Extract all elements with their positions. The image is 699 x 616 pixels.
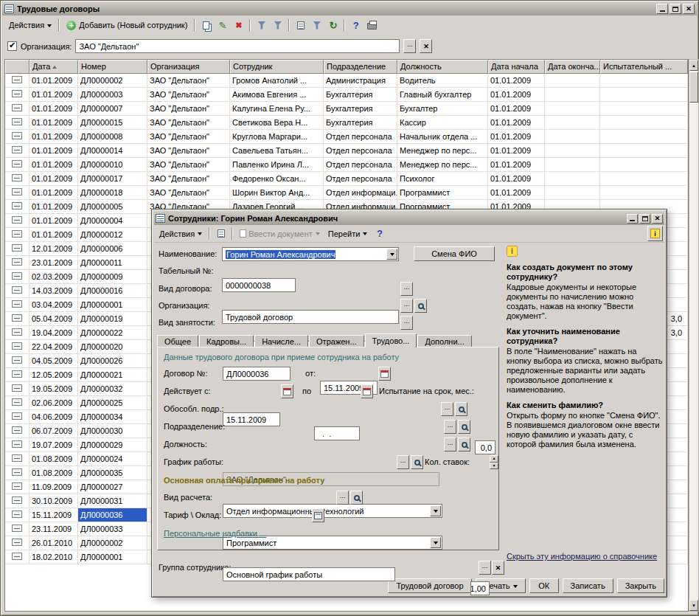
cell-number[interactable]: ДЛ0000015	[78, 116, 147, 130]
cell-number[interactable]: ДЛ0000001	[78, 298, 147, 312]
table-row[interactable]: 01.01.2009 ДЛ0000002 ЗАО "Дельтаон" Гром…	[5, 74, 688, 88]
cell-date[interactable]: 06.07.2009	[29, 424, 78, 438]
valid-to-calendar-button[interactable]	[361, 384, 373, 398]
cell-position[interactable]: Менеджер по перс...	[397, 144, 488, 158]
table-row[interactable]: 01.01.2009 ДЛ0000008 ЗАО "Дельтаон" Круг…	[5, 130, 688, 144]
cell-department[interactable]: Отдел персонала	[324, 158, 397, 172]
cell-date[interactable]: 26.01.2010	[29, 536, 78, 550]
cell-date[interactable]: 12.01.2009	[29, 242, 78, 256]
rate-count-field[interactable]: 1,00	[470, 581, 490, 595]
name-dropdown-button[interactable]	[386, 249, 397, 260]
cell-date[interactable]: 11.09.2009	[29, 480, 78, 494]
department-open-button[interactable]	[458, 420, 470, 434]
vertical-scrollbar[interactable]	[689, 59, 699, 612]
cell-number[interactable]: ДЛ0000004	[78, 214, 147, 228]
valid-from-calendar-button[interactable]	[281, 384, 293, 398]
cell-department[interactable]: Отдел персонала	[324, 144, 397, 158]
cell-department[interactable]: Администрация	[324, 74, 397, 88]
rate-count-stepper[interactable]	[490, 455, 498, 469]
cell-date[interactable]: 01.01.2009	[29, 158, 78, 172]
cell-end-date[interactable]	[545, 172, 600, 186]
table-row[interactable]: 01.01.2009 ДЛ0000014 ЗАО "Дельтаон" Саве…	[5, 144, 688, 158]
dialog-maximize-button[interactable]	[639, 214, 650, 224]
cell-date[interactable]: 01.01.2009	[29, 172, 78, 186]
enter-document-button[interactable]: Ввести документ	[236, 226, 324, 241]
filter-button[interactable]	[270, 18, 285, 33]
position-open-button[interactable]	[458, 437, 470, 451]
header-number[interactable]: Номер	[78, 60, 147, 74]
cell-number[interactable]: ДЛ0000001	[78, 550, 147, 564]
cell-number[interactable]: ДЛ0000003	[78, 88, 147, 102]
cell-position[interactable]: Начальник отдела ...	[397, 130, 488, 144]
header-department[interactable]: Подразделение	[324, 60, 397, 74]
toggle-advice-button[interactable]	[647, 226, 663, 241]
tab-personnel[interactable]: Кадровы...	[199, 335, 254, 347]
scroll-up-button[interactable]	[689, 60, 698, 71]
cell-number[interactable]: ДЛ0000027	[78, 480, 147, 494]
cell-trial-period[interactable]	[600, 102, 688, 116]
cell-organization[interactable]: ЗАО "Дельтаон"	[147, 74, 230, 88]
cell-date[interactable]: 05.04.2009	[29, 312, 78, 326]
cell-date[interactable]: 01.01.2009	[29, 200, 78, 214]
cell-start-date[interactable]: 01.01.2009	[488, 144, 545, 158]
cell-number[interactable]: ДЛ0000016	[78, 284, 147, 298]
cell-date[interactable]: 19.04.2009	[29, 326, 78, 340]
cell-number[interactable]: ДЛ0000011	[78, 256, 147, 270]
cell-number[interactable]: ДЛ0000007	[78, 102, 147, 116]
table-row[interactable]: 01.01.2009 ДЛ0000003 ЗАО "Дельтаон" Аким…	[5, 88, 688, 102]
cell-date[interactable]: 01.01.2009	[29, 144, 78, 158]
from-date-calendar-button[interactable]	[378, 367, 391, 381]
filter-clear-button[interactable]	[420, 39, 432, 53]
cell-employee[interactable]: Громов Анатолий ...	[230, 74, 324, 88]
organization-choose-button[interactable]	[400, 299, 413, 313]
contract-number-field[interactable]: ДЛ0000036	[223, 367, 291, 381]
cell-trial-period[interactable]	[600, 158, 688, 172]
cell-trial-period[interactable]	[600, 172, 688, 186]
tab-general[interactable]: Общее	[157, 335, 198, 347]
cell-start-date[interactable]: 01.01.2009	[488, 116, 545, 130]
ok-button[interactable]: ОК	[529, 578, 559, 593]
minimize-button[interactable]	[656, 4, 668, 14]
cell-number[interactable]: ДЛ0000018	[78, 186, 147, 200]
valid-to-field[interactable]: . .	[314, 426, 360, 440]
goto-button[interactable]: Перейти	[324, 226, 372, 241]
cell-number[interactable]: ДЛ0000017	[78, 172, 147, 186]
cell-number[interactable]: ДЛ0000008	[78, 130, 147, 144]
header-organization[interactable]: Организация	[147, 60, 230, 74]
schedule-field[interactable]: Основной график работы	[223, 567, 395, 581]
cell-position[interactable]: Водитель	[397, 74, 488, 88]
employment-type-choose-button[interactable]	[400, 316, 413, 330]
cell-number[interactable]: ДЛ0000032	[78, 382, 147, 396]
save-button[interactable]: Записать	[563, 578, 613, 593]
close-dialog-button[interactable]: Закрыть	[617, 578, 664, 593]
add-button[interactable]: Добавить (Новый сотрудник)	[63, 18, 191, 33]
delete-button[interactable]	[231, 18, 246, 33]
header-end-date[interactable]: Дата оконча...	[545, 60, 600, 74]
copy-button[interactable]	[198, 18, 214, 33]
cell-number[interactable]: ДЛ0000020	[78, 340, 147, 354]
department-dropdown-button[interactable]	[430, 505, 441, 516]
cell-number[interactable]: ДЛ0000006	[78, 242, 147, 256]
cell-organization[interactable]: ЗАО "Дельтаон"	[147, 102, 230, 116]
separate-division-open-button[interactable]	[455, 402, 467, 416]
cell-position[interactable]: Бухгалтер	[397, 102, 488, 116]
cell-organization[interactable]: ЗАО "Дельтаон"	[147, 186, 230, 200]
cell-department[interactable]: Бухгалтерия	[324, 116, 397, 130]
cell-number[interactable]: ДЛ0000022	[78, 326, 147, 340]
cell-date[interactable]: 01.01.2009	[29, 228, 78, 242]
cell-date[interactable]: 01.01.2009	[29, 186, 78, 200]
cell-number[interactable]: ДЛ0000005	[78, 200, 147, 214]
department-field[interactable]: Отдел информационных технологий	[223, 504, 442, 518]
cell-start-date[interactable]: 01.01.2009	[488, 186, 545, 200]
edit-button[interactable]	[215, 18, 230, 33]
cell-date[interactable]: 04.05.2009	[29, 354, 78, 368]
cell-position[interactable]: Психолог	[397, 172, 488, 186]
cell-end-date[interactable]	[545, 74, 600, 88]
salary-calculator-button[interactable]	[312, 508, 324, 522]
header-trial-period[interactable]: Испытательный ...	[600, 60, 688, 74]
cell-start-date[interactable]: 01.01.2009	[488, 74, 545, 88]
personal-bonuses-link[interactable]: Персональные надбавки ...	[164, 529, 266, 538]
cell-date[interactable]: 18.02.2010	[29, 550, 78, 564]
organization-open-button[interactable]	[414, 299, 427, 313]
cell-start-date[interactable]: 01.01.2009	[488, 158, 545, 172]
